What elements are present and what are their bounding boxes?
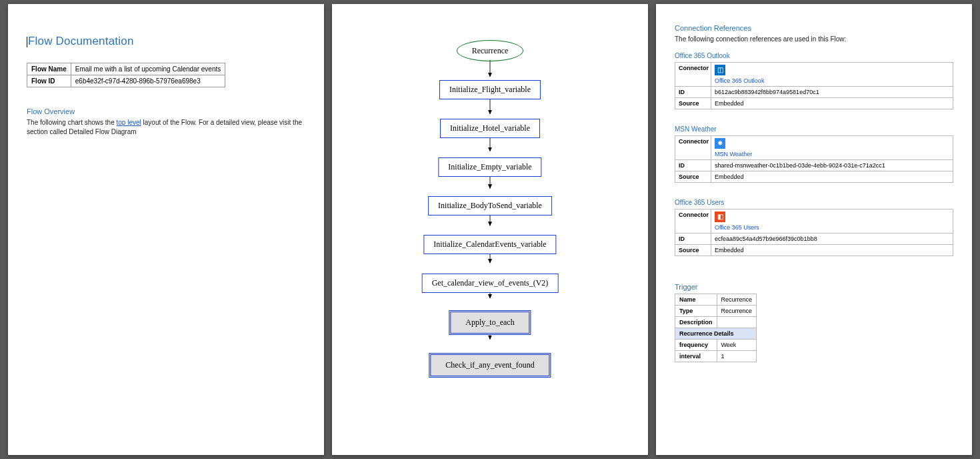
overview-heading: Flow Overview	[27, 107, 305, 115]
diagram-node: Get_calendar_view_of_events_(V2)	[422, 274, 559, 293]
outlook-link[interactable]: Office 365 Outlook	[715, 77, 949, 84]
outlook-source: Embedded	[711, 98, 953, 109]
trigger-freq-label: frequency	[675, 340, 717, 351]
trigger-desc-value	[717, 317, 757, 328]
users-table: Connector Office 365 Users ID ecfeaa89c5…	[675, 209, 953, 256]
diagram-node: Initialize_Hotel_variable	[440, 119, 540, 138]
flow-info-table: Flow Name Email me with a list of upcomi…	[27, 63, 225, 87]
top-level-link[interactable]: top level	[117, 119, 141, 126]
outlook-icon	[715, 65, 725, 75]
diagram-node: Initialize_CalendarEvents_variable	[423, 235, 556, 254]
trigger-name-value: Recurrence	[717, 294, 757, 306]
weather-link[interactable]: MSN Weather	[715, 151, 949, 157]
conn-ref-heading: Connection References	[675, 24, 953, 32]
users-source: Embedded	[711, 245, 953, 256]
flow-name-label: Flow Name	[27, 63, 71, 75]
flow-id-value: e6b4e32f-c97d-4280-896b-57976ea698e3	[71, 75, 225, 87]
trigger-desc-label: Description	[675, 317, 717, 328]
weather-id: shared-msnweather-0c1b1bed-03de-4ebb-902…	[711, 160, 953, 171]
id-label: ID	[675, 160, 711, 171]
trigger-heading: Trigger	[675, 283, 953, 291]
trigger-type-value: Recurrence	[717, 306, 757, 317]
connector-cell: MSN Weather	[711, 136, 953, 160]
connector-cell: Office 365 Outlook	[711, 63, 953, 87]
trigger-table: Name Recurrence Type Recurrence Descript…	[675, 294, 757, 362]
source-label: Source	[675, 171, 711, 183]
users-id: ecfeaa89c54a4d57b9e966f39c0b1bb8	[711, 234, 953, 245]
document-page-3: Connection References The following conn…	[656, 4, 972, 455]
source-label: Source	[675, 98, 711, 109]
table-row: Flow Name Email me with a list of upcomi…	[27, 63, 225, 75]
diagram-node: Initialize_Empty_variable	[438, 157, 541, 177]
table-row: Flow ID e6b4e32f-c97d-4280-896b-57976ea6…	[27, 75, 225, 87]
diagram-node-check: Check_if_any_event_found	[429, 353, 551, 378]
outlook-id: b612ac9b883942f8bb974a9581ed70c1	[711, 87, 953, 98]
trigger-type-label: Type	[675, 306, 717, 317]
trigger-interval-value: 1	[717, 351, 757, 362]
id-label: ID	[675, 234, 711, 245]
id-label: ID	[675, 87, 711, 98]
document-page-1: Flow Documentation Flow Name Email me wi…	[8, 4, 324, 455]
users-heading: Office 365 Users	[675, 199, 953, 206]
flow-name-value: Email me with a list of upcoming Calenda…	[71, 63, 225, 75]
trigger-details-header: Recurrence Details	[675, 328, 757, 340]
weather-table: Connector MSN Weather ID shared-msnweath…	[675, 135, 953, 183]
diagram-node: Initialize_Flight_variable	[439, 80, 541, 99]
connector-label: Connector	[675, 209, 711, 234]
weather-source: Embedded	[711, 171, 953, 183]
trigger-freq-value: Week	[717, 340, 757, 351]
source-label: Source	[675, 245, 711, 256]
outlook-heading: Office 365 Outlook	[675, 52, 953, 59]
weather-heading: MSN Weather	[675, 125, 953, 133]
conn-ref-sub: The following connection references are …	[675, 35, 953, 44]
diagram-node-recurrence: Recurrence	[457, 40, 523, 61]
trigger-name-label: Name	[675, 294, 717, 306]
overview-text: The following chart shows the top level …	[27, 118, 305, 137]
document-page-2: Recurrence Initialize_Flight_variable In…	[332, 4, 648, 455]
flow-id-label: Flow ID	[27, 75, 71, 87]
users-icon	[715, 211, 725, 222]
outlook-table: Connector Office 365 Outlook ID b612ac9b…	[675, 62, 953, 109]
connector-cell: Office 365 Users	[711, 209, 953, 234]
weather-icon	[715, 138, 725, 149]
users-link[interactable]: Office 365 Users	[715, 224, 949, 231]
trigger-interval-label: interval	[675, 351, 717, 362]
page-title: Flow Documentation	[27, 35, 305, 48]
diagram-node-apply: Apply_to_each	[449, 310, 531, 335]
connector-label: Connector	[675, 136, 711, 160]
flow-diagram: Recurrence Initialize_Flight_variable In…	[351, 24, 629, 435]
diagram-node: Initialize_BodyToSend_variable	[428, 196, 552, 215]
connector-label: Connector	[675, 63, 711, 87]
